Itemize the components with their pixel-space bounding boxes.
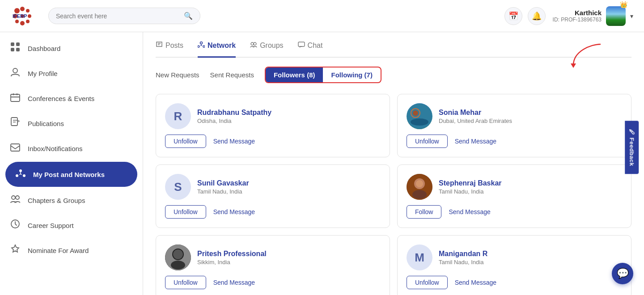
- dashboard-icon: [9, 42, 21, 55]
- chat-tab-icon: [298, 41, 305, 50]
- my-post-networks-icon: [14, 168, 27, 181]
- location-stephenraj: Tamil Nadu, India: [439, 188, 502, 195]
- svg-point-23: [16, 196, 19, 199]
- sidebar-item-my-profile[interactable]: My Profile: [0, 61, 143, 86]
- sidebar-item-dashboard[interactable]: Dashboard: [0, 36, 143, 61]
- avatar-sunil: S: [165, 174, 191, 200]
- send-message-button-sonia[interactable]: Send Message: [455, 138, 496, 145]
- svg-rect-14: [16, 48, 20, 51]
- sidebar-item-chapters-groups[interactable]: Chapters & Groups: [0, 188, 143, 213]
- unfollow-button-sonia[interactable]: Unfollow: [407, 135, 448, 148]
- sidebar-item-nominate-award[interactable]: Nominate For Award: [0, 238, 143, 263]
- publications-label: Publications: [28, 120, 64, 127]
- sub-tab-new-requests[interactable]: New Requests: [156, 69, 199, 80]
- posts-tab-icon: [156, 41, 163, 50]
- svg-rect-13: [11, 48, 14, 51]
- unfollow-button-pritesh[interactable]: Unfollow: [165, 276, 206, 289]
- person-card-stephenraj: Stephenraj Baskar Tamil Nadu, India Foll…: [397, 164, 631, 228]
- unfollow-button-rudrabhanu[interactable]: Unfollow: [165, 135, 206, 148]
- svg-point-33: [411, 118, 428, 126]
- feedback-icon: 🖊: [628, 129, 635, 135]
- avatar[interactable]: 👑: [606, 6, 626, 26]
- name-manigandan: Manigandan R: [439, 250, 487, 258]
- notification-button[interactable]: 🔔: [528, 7, 546, 25]
- svg-rect-16: [11, 94, 20, 101]
- send-message-button-rudrabhanu[interactable]: Send Message: [213, 138, 255, 145]
- name-rudrabhanu: Rudrabhanu Satpathy: [197, 109, 271, 117]
- avatar-rudrabhanu: R: [165, 103, 191, 129]
- user-id: ID: PROF-13896763: [553, 17, 602, 23]
- location-manigandan: Tamil Nadu, India: [439, 259, 487, 266]
- career-support-icon: [9, 219, 21, 232]
- search-bar[interactable]: 🔍: [48, 8, 200, 24]
- svg-rect-30: [298, 42, 305, 46]
- sub-tab-followers[interactable]: Followers (8): [266, 67, 323, 82]
- app-header: IFERP 🔍 📅 🔔 Karthick ID: PROF-13896763: [0, 0, 644, 32]
- tab-groups[interactable]: Groups: [250, 41, 283, 58]
- inbox-label: Inbox/Notifications: [28, 145, 83, 152]
- my-profile-icon: [9, 67, 21, 80]
- logo[interactable]: IFERP: [11, 4, 34, 28]
- svg-point-8: [20, 21, 25, 25]
- send-message-button-stephenraj[interactable]: Send Message: [449, 208, 490, 215]
- svg-point-7: [15, 20, 19, 23]
- inbox-icon: [9, 142, 21, 155]
- avatar-stephenraj: [407, 174, 432, 200]
- person-card-sunil: S Sunil Gavaskar Tamil Nadu, India Unfol…: [156, 164, 390, 228]
- main-content: Posts Network Groups: [143, 32, 644, 295]
- unfollow-button-manigandan[interactable]: Unfollow: [407, 276, 448, 289]
- chat-bubble-button[interactable]: 💬: [612, 263, 633, 284]
- svg-point-26: [198, 46, 199, 47]
- svg-point-21: [23, 174, 25, 177]
- location-rudrabhanu: Odisha, India: [197, 118, 271, 124]
- sub-tab-sent-requests[interactable]: Sent Requests: [210, 69, 254, 80]
- user-dropdown-icon[interactable]: ▾: [630, 13, 633, 20]
- search-input[interactable]: [56, 13, 180, 20]
- person-card-rudrabhanu: R Rudrabhanu Satpathy Odisha, India Unfo…: [156, 94, 390, 157]
- follow-button-stephenraj[interactable]: Follow: [407, 205, 441, 219]
- calendar-icon: 📅: [508, 11, 518, 21]
- svg-rect-12: [16, 42, 20, 46]
- sub-tab-following[interactable]: Following (7): [323, 67, 380, 82]
- send-message-button-sunil[interactable]: Send Message: [213, 208, 255, 215]
- chapters-groups-icon: [9, 194, 21, 206]
- svg-point-29: [254, 42, 256, 45]
- svg-point-9: [26, 20, 30, 23]
- sidebar-item-publications[interactable]: Publications: [0, 111, 143, 136]
- svg-point-19: [19, 169, 22, 172]
- svg-rect-11: [11, 42, 14, 46]
- svg-point-1: [14, 8, 20, 13]
- chapters-groups-label: Chapters & Groups: [28, 197, 85, 204]
- avatar-sonia: [407, 103, 432, 129]
- conferences-label: Conferences & Events: [28, 95, 94, 102]
- name-pritesh: Pritesh Professional: [197, 250, 267, 258]
- avatar-manigandan: M: [407, 244, 432, 270]
- sidebar-item-conferences[interactable]: Conferences & Events: [0, 86, 143, 111]
- search-icon: 🔍: [184, 12, 193, 20]
- user-info: Karthick ID: PROF-13896763 👑 ▾: [553, 6, 633, 26]
- sidebar-item-my-post-networks[interactable]: My Post and Networks: [5, 162, 137, 187]
- feedback-tab[interactable]: 🖊 Feedback: [625, 121, 639, 174]
- svg-marker-31: [571, 63, 576, 68]
- nominate-award-label: Nominate For Award: [28, 247, 89, 254]
- sidebar-item-inbox[interactable]: Inbox/Notifications: [0, 136, 143, 161]
- network-tab-label: Network: [208, 42, 236, 50]
- unfollow-button-sunil[interactable]: Unfollow: [165, 205, 206, 219]
- groups-tab-label: Groups: [260, 42, 283, 50]
- svg-point-3: [26, 9, 30, 13]
- svg-point-25: [200, 42, 203, 44]
- sidebar-item-career-support[interactable]: Career Support: [0, 213, 143, 238]
- nominate-award-icon: [9, 244, 21, 257]
- name-sonia: Sonia Mehar: [439, 109, 512, 117]
- sidebar: Dashboard My Profile Conferences & Event…: [0, 32, 143, 295]
- dashboard-label: Dashboard: [28, 45, 60, 52]
- tab-chat[interactable]: Chat: [298, 41, 323, 58]
- tab-network[interactable]: Network: [198, 41, 236, 58]
- svg-point-2: [20, 7, 25, 11]
- send-message-button-pritesh[interactable]: Send Message: [213, 279, 255, 286]
- send-message-button-manigandan[interactable]: Send Message: [455, 279, 496, 286]
- calendar-button[interactable]: 📅: [504, 7, 522, 25]
- tab-posts[interactable]: Posts: [156, 41, 183, 58]
- svg-point-15: [13, 68, 17, 73]
- svg-point-43: [171, 261, 185, 270]
